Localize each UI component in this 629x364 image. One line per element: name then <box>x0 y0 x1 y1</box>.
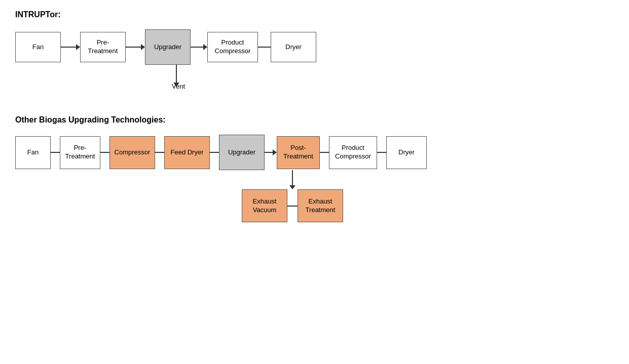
exhaust-boxes-row: ExhaustVacuum ExhaustTreatment <box>242 189 343 222</box>
conn5 <box>265 149 277 155</box>
conn2 <box>100 152 109 153</box>
section-other: Other Biogas Upgrading Technologies: Fan… <box>15 115 614 222</box>
conn7 <box>377 152 386 153</box>
box-fan2: Fan <box>15 136 51 169</box>
vent-section: Vent <box>15 65 614 90</box>
conn1 <box>51 152 60 153</box>
box-post-treatment2: Post-Treatment <box>277 136 320 169</box>
flow-row-2: Fan Pre-Treatment Compressor Feed Dryer … <box>15 135 614 170</box>
down-arrow-vent: Vent <box>168 65 185 90</box>
arrow4 <box>258 47 271 48</box>
box-pre-treatment1: Pre-Treatment <box>80 32 126 62</box>
box-feed-dryer2: Feed Dryer <box>164 136 210 169</box>
conn6 <box>320 152 329 153</box>
exhaust-connector <box>287 206 298 207</box>
arrow2 <box>126 44 145 50</box>
box-pre-treatment2: Pre-Treatment <box>60 136 100 169</box>
box-upgrader1: Upgrader <box>145 29 191 65</box>
section2-title: Other Biogas Upgrading Technologies: <box>15 115 614 125</box>
down-arrow-exhaust: ExhaustVacuum ExhaustTreatment <box>242 170 343 222</box>
box-upgrader2: Upgrader <box>219 135 265 170</box>
box-compressor2: Compressor <box>109 136 155 169</box>
vent-label-row: Vent <box>168 87 185 90</box>
flow-row-1: Fan Pre-Treatment Upgrader ProductCompre… <box>15 29 614 65</box>
section-intruptor: INTRUPTor: Fan Pre-Treatment Upgrader <box>15 10 614 90</box>
arrow3 <box>191 44 207 50</box>
diagram2: Fan Pre-Treatment Compressor Feed Dryer … <box>15 135 614 222</box>
box-exhaust-treatment: ExhaustTreatment <box>298 189 343 222</box>
box-product-compressor1: ProductCompressor <box>207 32 258 62</box>
arrow1 <box>61 44 80 50</box>
box-fan1: Fan <box>15 32 61 62</box>
box-dryer2: Dryer <box>386 136 427 169</box>
vent-label: Vent <box>172 83 185 90</box>
conn3 <box>155 152 164 153</box>
box-product-compressor2: ProductCompressor <box>329 136 377 169</box>
box-dryer1: Dryer <box>271 32 316 62</box>
exhaust-section: ExhaustVacuum ExhaustTreatment <box>15 170 614 222</box>
conn4 <box>210 152 219 153</box>
box-exhaust-vacuum: ExhaustVacuum <box>242 189 287 222</box>
diagram1: Fan Pre-Treatment Upgrader ProductCompre… <box>15 29 614 90</box>
section1-title: INTRUPTor: <box>15 10 614 19</box>
